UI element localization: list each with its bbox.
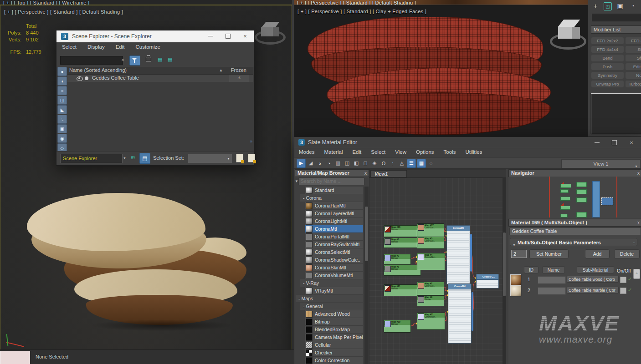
browser-header[interactable]: Material/Map Browserx (295, 169, 369, 177)
display-filter-icon-4[interactable]: ◣ (57, 105, 67, 114)
modifier-button[interactable]: FFD 3x3x3 (626, 37, 641, 44)
object-name-field[interactable] (592, 14, 641, 21)
close-icon[interactable]: x (637, 219, 640, 226)
modifier-list-dropdown[interactable]: Modifier List (591, 25, 641, 34)
modifier-button[interactable]: TurboSmooth (626, 81, 641, 87)
panel-tab-icon-1[interactable]: ◰ (604, 2, 612, 10)
browser-item[interactable]: Color Correction (305, 357, 363, 364)
toolbar-icon-9[interactable]: O (379, 159, 388, 167)
menu-options[interactable]: Options (416, 149, 434, 155)
menu-edit[interactable]: Edit (116, 44, 125, 50)
maximize-button[interactable] (219, 30, 236, 41)
modifier-button[interactable]: Edit Poly (626, 63, 641, 70)
layer-stack-icon[interactable]: ≋ (130, 154, 135, 162)
browser-item[interactable]: Camera Map Per Pixel (305, 334, 363, 341)
material-header[interactable]: Material #69 ( Multi/Sub-Object )x (508, 219, 641, 227)
onoff-checkbox[interactable]: ✓ (628, 287, 632, 293)
menu-modes[interactable]: Modes (299, 149, 315, 155)
map-node[interactable]: Map #0Bitmap (384, 238, 421, 248)
output-node[interactable]: Geddes C... (476, 274, 499, 288)
top-viewport-label[interactable]: [ + ] [ Top ] [ Standard ] [ Wireframe ] (3, 0, 89, 5)
browser-item[interactable]: VRayMtl (305, 287, 363, 294)
navigator-header[interactable]: Navigatorx (508, 169, 641, 177)
navigator-minimap[interactable] (509, 177, 641, 217)
material-name-field[interactable]: Geddes Coffee Table (509, 228, 641, 235)
scroll-up-button[interactable]: ^ (633, 269, 640, 279)
toolbar-icon-6[interactable]: ◧ (352, 159, 360, 167)
add-button[interactable]: Add (585, 249, 610, 258)
browser-item[interactable]: CoronaSkinMtl (305, 264, 363, 271)
browser-scrollbar[interactable] (364, 187, 369, 364)
submaterial-button[interactable]: Coffee Table wood ( Coro (567, 276, 619, 283)
frozen-column-header[interactable]: Frozen (231, 67, 246, 73)
delete-button[interactable]: Delete (614, 249, 640, 258)
onoff-checkbox[interactable]: ✓ (628, 276, 632, 282)
display-filter-icon-5[interactable]: ≈ (57, 115, 67, 124)
browser-item[interactable]: Bitmap (305, 318, 363, 325)
browser-item[interactable]: CoronaVolumeMtl (305, 272, 363, 279)
basic-parameters-rollout[interactable]: ▼ Multi/Sub-Object Basic Parameters :: (510, 238, 637, 246)
lock-icon[interactable] (146, 57, 151, 61)
scene-object-row[interactable]: Geddes Coffee Table ∗ (67, 75, 253, 82)
submaterial-row[interactable]: 2Coffee Table marble ( Cor✓ (509, 285, 641, 296)
modifier-button[interactable]: Push (591, 63, 624, 70)
map-node[interactable]: Map #7Color Cor... (417, 282, 444, 295)
browser-options-icon[interactable]: ▼ (295, 179, 298, 183)
modifier-stack[interactable] (591, 93, 641, 134)
expand-tree-icon[interactable]: ▤ (158, 57, 164, 62)
minimize-button[interactable] (588, 137, 605, 148)
graph-scrollbar[interactable] (503, 178, 506, 364)
node-graph-canvas[interactable]: Map #16BitmapMap #17Color Cor...Map #0Bi… (369, 178, 503, 364)
close-button[interactable]: × (236, 30, 254, 41)
view-selector-combo[interactable]: View 1▼ (561, 159, 641, 168)
clear-search-icon[interactable]: × (121, 57, 124, 63)
material-thumbnail[interactable] (510, 285, 521, 296)
material-color-swatch[interactable] (620, 288, 626, 294)
slate-titlebar[interactable]: 3 Slate Material Editor × (294, 137, 641, 148)
panel-tab-icon-3[interactable]: ◔ (628, 1, 637, 10)
toolbar-icon-0[interactable]: ▶ (297, 159, 306, 168)
material-thumbnail[interactable] (510, 274, 521, 285)
browser-item[interactable]: CoronaMtl (305, 225, 363, 233)
modifier-button[interactable]: Symmetry (591, 72, 624, 79)
map-node[interactable]: Map #4CoronaNor... (417, 253, 445, 270)
menu-tools[interactable]: Tools (444, 149, 456, 155)
map-node[interactable]: Map #3Bitmap (384, 265, 421, 276)
browser-item[interactable]: Standard (305, 187, 363, 194)
filter-button[interactable] (129, 56, 140, 66)
minimize-button[interactable] (202, 30, 219, 41)
modifier-button[interactable]: Unwrap Pro (591, 81, 624, 87)
browser-item[interactable]: CoronaLightMtl (305, 217, 363, 225)
menu-utilities[interactable]: Utilities (465, 149, 482, 155)
toolbar-icon-11[interactable]: ◬ (398, 159, 406, 167)
browser-group-header[interactable]: - General (300, 303, 363, 310)
panel-tab-icon-2[interactable]: ▣ (615, 1, 625, 10)
color-swatch[interactable] (0, 351, 30, 364)
toolbar-icon-2[interactable]: ◕ (316, 159, 324, 167)
material-count-field[interactable]: 2 (511, 250, 527, 258)
collapse-tree-icon[interactable]: ▤ (168, 57, 174, 62)
menu-edit[interactable]: Edit (352, 149, 361, 155)
toolbar-icon-5[interactable]: ◫ (343, 159, 351, 167)
submaterial-name-input[interactable] (538, 287, 566, 295)
top-right-viewport-label[interactable]: [ + ] [ Perspective ] [ Standard ] [ Def… (297, 0, 416, 5)
toolbar-icon-4[interactable]: ▥ (334, 159, 342, 167)
browser-group-header[interactable]: - Maps (296, 295, 363, 302)
visibility-eye-icon[interactable] (77, 76, 83, 81)
close-icon[interactable]: x (637, 170, 640, 177)
name-column-button[interactable]: Name (542, 266, 565, 273)
display-filter-icon-3[interactable]: ◫ (57, 96, 67, 105)
toolbar-icon-7[interactable]: ◻ (361, 159, 369, 167)
selection-set-combo[interactable]: ▼ (188, 154, 232, 163)
display-filter-icon-1[interactable]: ◖ (57, 76, 67, 86)
map-node[interactable]: Map #11CoronaNor... (417, 313, 445, 330)
search-input[interactable] (60, 56, 123, 65)
scene-explorer-titlebar[interactable]: 3 Scene Explorer - Scene Explorer × (56, 30, 254, 42)
more-chevron[interactable]: » (250, 139, 252, 144)
browser-item[interactable]: CoronaRaySwitchMtl (305, 241, 363, 248)
browser-item[interactable]: CoronaHairMtl (305, 202, 363, 209)
menu-select[interactable]: Select (62, 44, 77, 50)
viewcube[interactable] (252, 18, 288, 46)
map-node[interactable]: Map #2Bitmap (384, 254, 411, 265)
browser-group-header[interactable]: - Corona (300, 194, 363, 202)
